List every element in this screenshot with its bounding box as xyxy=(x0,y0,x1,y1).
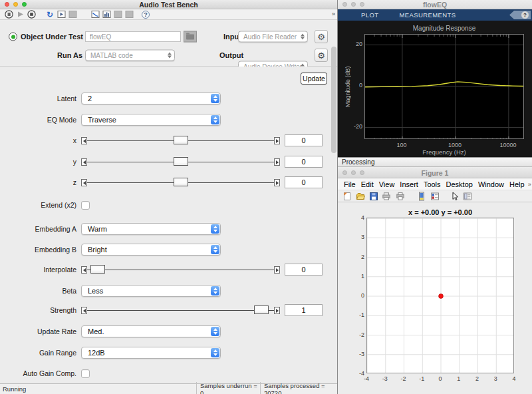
menu-tools[interactable]: Tools xyxy=(421,180,444,188)
input-select-value: Audio File Reader xyxy=(239,33,307,41)
browse-button[interactable] xyxy=(184,31,197,43)
auto-gain-label: Auto Gain Comp. xyxy=(0,369,81,377)
status-running: Running xyxy=(0,385,196,393)
slider-left-arrow-icon[interactable] xyxy=(81,266,87,274)
slider-right-arrow-icon[interactable] xyxy=(274,179,280,186)
beta-select-value: Less xyxy=(82,287,220,295)
object-under-test-input[interactable] xyxy=(85,31,181,42)
pause-icon[interactable] xyxy=(4,10,13,19)
slider-thumb[interactable] xyxy=(174,136,188,144)
interpolate-value-field[interactable] xyxy=(285,264,323,276)
gain-range-select[interactable]: 12dB xyxy=(81,347,221,359)
embedding-b-select[interactable]: Bright xyxy=(81,244,221,256)
toolbar-overflow-icon[interactable]: » xyxy=(332,11,335,17)
menu-view[interactable]: View xyxy=(376,180,398,188)
stepper-icon xyxy=(211,94,219,103)
update-button[interactable]: Update xyxy=(301,73,327,85)
window-title: Audio Test Bench xyxy=(0,1,337,9)
help-icon[interactable]: ? xyxy=(141,10,150,19)
y-slider[interactable] xyxy=(81,157,280,166)
slider-right-arrow-icon[interactable] xyxy=(274,266,280,274)
embedding-a-select[interactable]: Warm xyxy=(81,223,221,235)
run-as-select-value: MATLAB code xyxy=(86,52,174,59)
magnitude-chart-canvas xyxy=(364,34,524,139)
latent-select[interactable]: 2 xyxy=(81,93,221,104)
atb-titlebar: Audio Test Bench xyxy=(0,0,337,9)
tick-label: -3 xyxy=(377,375,393,382)
y-value-field[interactable] xyxy=(285,156,323,168)
slider-left-arrow-icon[interactable] xyxy=(81,137,87,144)
spectrum-analyzer-icon[interactable] xyxy=(102,10,111,19)
menu-overflow-icon[interactable]: » xyxy=(528,181,531,188)
print-figure-icon[interactable] xyxy=(382,192,391,201)
vertical-scrollbar[interactable] xyxy=(331,47,336,153)
run-as-select[interactable]: MATLAB code xyxy=(85,50,175,61)
stepper-icon xyxy=(211,224,219,234)
edit-plot-icon[interactable] xyxy=(450,192,460,201)
tab-plot[interactable]: PLOT xyxy=(361,11,378,19)
auto-gain-checkbox[interactable] xyxy=(81,369,90,378)
scope-icon[interactable] xyxy=(57,10,66,19)
plot-browser-icon[interactable] xyxy=(463,192,472,201)
slider-thumb[interactable] xyxy=(90,265,105,274)
slider-left-arrow-icon[interactable] xyxy=(81,158,87,166)
strength-slider[interactable] xyxy=(81,305,280,315)
interpolate-slider[interactable] xyxy=(81,265,280,274)
disabled-tool-icon-3 xyxy=(124,10,134,19)
output-settings-button[interactable]: ⚙ xyxy=(315,49,328,62)
strength-value-field[interactable] xyxy=(285,304,323,316)
save-figure-icon[interactable] xyxy=(369,192,378,201)
slider-thumb[interactable] xyxy=(254,305,269,314)
tick-label: 3 xyxy=(487,375,503,382)
figure-toolbar xyxy=(338,190,532,202)
figure1-titlebar: Figure 1 xyxy=(338,167,532,178)
scatter-chart-canvas xyxy=(366,218,514,373)
input-select[interactable]: Audio File Reader xyxy=(238,31,308,43)
filter-response-icon[interactable] xyxy=(90,10,100,19)
slider-track[interactable] xyxy=(87,310,274,311)
menu-edit[interactable]: Edit xyxy=(358,180,376,188)
menu-window[interactable]: Window xyxy=(475,180,507,188)
x-slider[interactable] xyxy=(81,136,280,145)
floweq-toolstrip: PLOT MEASUREMENTS ? xyxy=(338,9,532,21)
slider-thumb[interactable] xyxy=(174,178,188,186)
stop-icon[interactable] xyxy=(27,10,36,19)
slider-right-arrow-icon[interactable] xyxy=(274,307,280,314)
z-value-field[interactable] xyxy=(285,176,323,188)
update-rate-select[interactable]: Med. xyxy=(81,325,221,337)
input-settings-button[interactable]: ⚙ xyxy=(315,30,328,43)
floweq-titlebar: flowEQ xyxy=(338,0,532,9)
beta-select[interactable]: Less xyxy=(81,285,221,297)
slider-track[interactable] xyxy=(87,270,274,270)
help-icon: ? xyxy=(521,11,529,19)
new-figure-icon[interactable] xyxy=(342,192,352,201)
update-rate-select-value: Med. xyxy=(82,327,220,335)
menu-file[interactable]: File xyxy=(341,180,358,188)
colorbar-icon[interactable] xyxy=(417,192,426,201)
tick-label: -1 xyxy=(348,311,364,318)
tab-measurements[interactable]: MEASUREMENTS xyxy=(399,11,456,19)
slider-thumb[interactable] xyxy=(174,157,188,166)
tick-label: -2 xyxy=(348,331,364,338)
print-preview-icon[interactable] xyxy=(396,192,405,201)
atb-toolbar: ↻ ? » xyxy=(0,9,337,20)
window-title: Figure 1 xyxy=(338,169,532,177)
slider-right-arrow-icon[interactable] xyxy=(274,137,280,144)
menu-desktop[interactable]: Desktop xyxy=(444,180,475,188)
z-slider[interactable] xyxy=(81,178,280,187)
menu-help[interactable]: Help xyxy=(507,180,527,188)
slider-right-arrow-icon[interactable] xyxy=(274,158,280,166)
x-value-field[interactable] xyxy=(285,134,323,146)
menu-items: FileEditViewInsertToolsDesktopWindowHelp xyxy=(341,180,527,188)
atb-controls-panel: Update Latent 2 EQ Mode Traverse x xyxy=(0,67,337,383)
slider-left-arrow-icon[interactable] xyxy=(81,307,87,314)
extend-checkbox[interactable] xyxy=(81,201,90,210)
eq-mode-select[interactable]: Traverse xyxy=(81,114,221,126)
slider-left-arrow-icon[interactable] xyxy=(81,179,87,186)
legend-icon[interactable] xyxy=(430,192,440,201)
open-file-icon[interactable] xyxy=(356,192,365,201)
tick-label: 0 xyxy=(346,82,362,89)
menu-insert[interactable]: Insert xyxy=(397,180,421,188)
loop-icon[interactable]: ↻ xyxy=(45,10,55,19)
help-button[interactable]: ? xyxy=(509,11,531,19)
